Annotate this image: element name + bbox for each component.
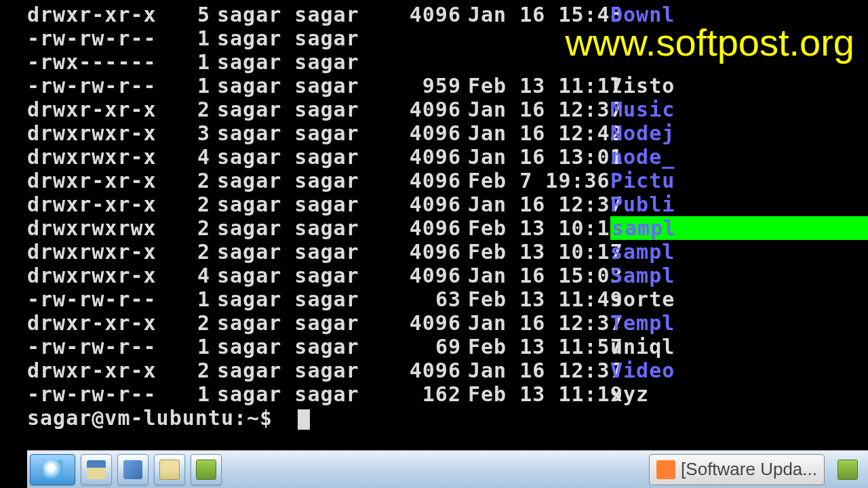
size: 4096 [393, 145, 468, 169]
link-count: 1 [163, 74, 217, 98]
link-count: 2 [163, 192, 217, 216]
filename: sorte [610, 287, 868, 311]
owner-group: sagar sagar [217, 26, 393, 50]
lubuntu-bird-icon [43, 460, 62, 479]
date: Jan 16 12:37 [468, 98, 610, 121]
size: 63 [393, 287, 468, 311]
filename: Nodej [610, 121, 868, 145]
link-count: 1 [163, 26, 217, 50]
filename: Pictu [610, 169, 868, 192]
size: 162 [393, 382, 468, 406]
permissions: drwxrwxr-x [27, 264, 163, 287]
permissions: -rw-rw-r-- [27, 287, 163, 311]
permissions: drwxrwxr-x [27, 145, 163, 169]
owner-group: sagar sagar [217, 98, 393, 121]
link-count: 2 [163, 311, 217, 335]
software-updater-icon [656, 460, 675, 479]
owner-group: sagar sagar [217, 335, 393, 359]
filename: Video [610, 359, 868, 382]
software-updater-task[interactable]: [Software Upda... [649, 454, 825, 485]
owner-group: sagar sagar [217, 216, 393, 240]
permissions: drwxr-xr-x [27, 192, 163, 216]
ls-row: drwxr-xr-x2sagar sagar4096Jan 16 12:37Mu… [27, 98, 868, 121]
owner-group: sagar sagar [217, 50, 393, 74]
terminal-window[interactable]: drwxr-xr-x5sagar sagar4096Jan 16 15:48Do… [0, 0, 868, 451]
size: 4096 [393, 192, 468, 216]
size [393, 26, 468, 50]
link-count: 4 [163, 145, 217, 169]
folder-launcher[interactable] [154, 454, 185, 485]
ls-row: drwxr-xr-x2sagar sagar4096Jan 16 12:37Vi… [27, 359, 868, 382]
permissions: drwxr-xr-x [27, 3, 163, 26]
link-count: 5 [163, 3, 217, 26]
owner-group: sagar sagar [217, 121, 393, 145]
size: 4096 [393, 121, 468, 145]
owner-group: sagar sagar [217, 169, 393, 192]
date: Feb 13 10:17 [468, 240, 610, 264]
date: Jan 16 15:03 [468, 264, 610, 287]
cursor-icon [298, 409, 310, 430]
link-count: 1 [163, 50, 217, 74]
permissions: drwxr-xr-x [27, 98, 163, 121]
link-count: 2 [163, 359, 217, 382]
folder-icon [159, 460, 180, 480]
ls-row: drwxrwxr-x4sagar sagar4096Jan 16 15:03Sa… [27, 264, 868, 287]
size [393, 50, 468, 74]
watermark-text: www.softpost.org [566, 20, 854, 64]
file-manager-launcher-2[interactable] [117, 454, 149, 485]
date: Jan 16 12:37 [468, 192, 610, 216]
filename: node_ [610, 145, 868, 169]
owner-group: sagar sagar [217, 287, 393, 311]
date: Jan 16 12:37 [468, 359, 610, 382]
link-count: 2 [163, 240, 217, 264]
size: 4096 [393, 264, 468, 287]
owner-group: sagar sagar [217, 311, 393, 335]
file-manager-launcher[interactable] [81, 454, 112, 485]
date: Jan 16 12:42 [468, 121, 610, 145]
permissions: drwxrwxr-x [27, 121, 163, 145]
start-menu-button[interactable] [30, 454, 75, 485]
owner-group: sagar sagar [217, 3, 393, 26]
owner-group: sagar sagar [217, 74, 393, 98]
date: Feb 13 11:17 [468, 74, 610, 98]
ls-row: drwxr-xr-x2sagar sagar4096Jan 16 12:37Te… [27, 311, 868, 335]
permissions: drwxrwxrwx [27, 216, 163, 240]
link-count: 3 [163, 121, 217, 145]
system-tray[interactable] [827, 455, 868, 485]
link-count: 1 [163, 287, 217, 311]
permissions: drwxr-xr-x [27, 311, 163, 335]
filename: sampl [610, 240, 868, 264]
date: Feb 13 10:13 [468, 216, 610, 240]
size: 4096 [393, 240, 468, 264]
owner-group: sagar sagar [217, 359, 393, 382]
permissions: drwxr-xr-x [27, 359, 163, 382]
file-manager-icon [123, 460, 142, 479]
ls-row: drwxr-xr-x2sagar sagar4096Feb 7 19:36Pic… [27, 169, 868, 192]
taskbar[interactable]: [Software Upda... [27, 450, 868, 488]
filename: Publi [610, 192, 868, 216]
prompt-line[interactable]: sagar@vm-lubuntu:~$ [27, 406, 868, 430]
permissions: -rw-rw-r-- [27, 26, 163, 50]
date: Feb 13 11:19 [468, 382, 610, 406]
link-count: 2 [163, 216, 217, 240]
terminal-launcher[interactable] [191, 454, 222, 485]
ls-row: drwxrwxr-x4sagar sagar4096Jan 16 13:01no… [27, 145, 868, 169]
date: Jan 16 13:01 [468, 145, 610, 169]
ls-row: drwxr-xr-x2sagar sagar4096Jan 16 12:37Pu… [27, 192, 868, 216]
size: 69 [393, 335, 468, 359]
filename: uniql [610, 335, 868, 359]
ls-row: -rw-rw-r--1sagar sagar959Feb 13 11:17lis… [27, 74, 868, 98]
permissions: -rw-rw-r-- [27, 335, 163, 359]
size: 4096 [393, 169, 468, 192]
software-updater-label: [Software Upda... [681, 459, 817, 480]
ls-row: -rw-rw-r--1sagar sagar63Feb 13 11:49sort… [27, 287, 868, 311]
tray-terminal-icon [837, 460, 858, 480]
owner-group: sagar sagar [217, 145, 393, 169]
size: 4096 [393, 359, 468, 382]
size: 4096 [393, 3, 468, 26]
file-manager-icon [87, 460, 106, 479]
ls-row: drwxrwxr-x3sagar sagar4096Jan 16 12:42No… [27, 121, 868, 145]
size: 4096 [393, 311, 468, 335]
date: Jan 16 12:37 [468, 311, 610, 335]
date: Feb 7 19:36 [468, 169, 610, 192]
